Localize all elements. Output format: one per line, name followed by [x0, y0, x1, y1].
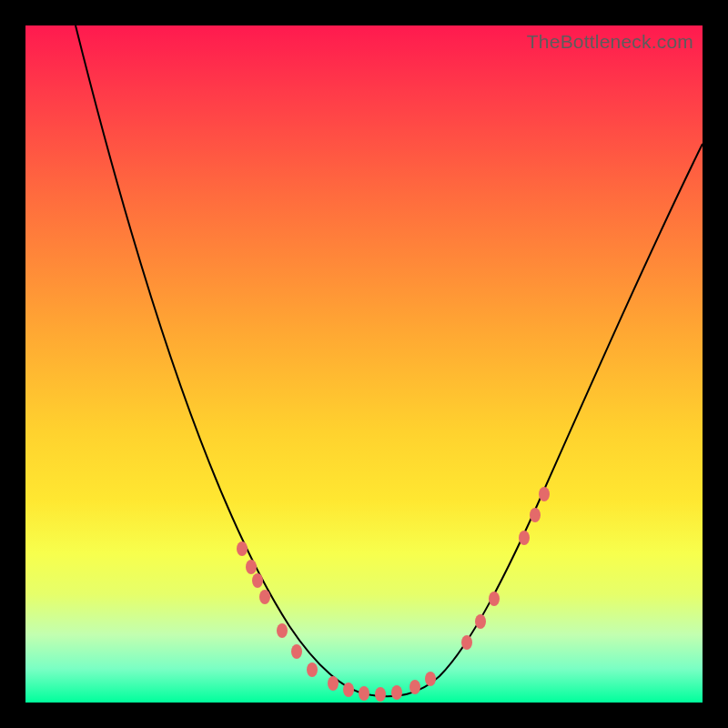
marker-dot [375, 687, 386, 702]
marker-dot [307, 662, 318, 677]
marker-dot [277, 623, 288, 638]
bottleneck-curve [76, 25, 703, 696]
marker-dot [259, 590, 270, 604]
optimal-range-dots [237, 487, 550, 702]
chart-frame: TheBottleneck.com [25, 25, 703, 703]
marker-dot [343, 682, 354, 697]
chart-svg [25, 25, 703, 703]
marker-dot [519, 531, 530, 545]
marker-dot [246, 560, 257, 574]
marker-dot [291, 644, 302, 659]
marker-dot [391, 685, 402, 700]
marker-dot [252, 573, 263, 588]
marker-dot [539, 487, 550, 501]
marker-dot [461, 635, 472, 650]
marker-dot [425, 672, 436, 686]
marker-dot [489, 592, 500, 606]
marker-dot [328, 676, 339, 691]
marker-dot [475, 614, 486, 629]
marker-dot [410, 680, 420, 694]
marker-dot [530, 508, 541, 522]
marker-dot [237, 541, 248, 556]
marker-dot [359, 686, 369, 701]
